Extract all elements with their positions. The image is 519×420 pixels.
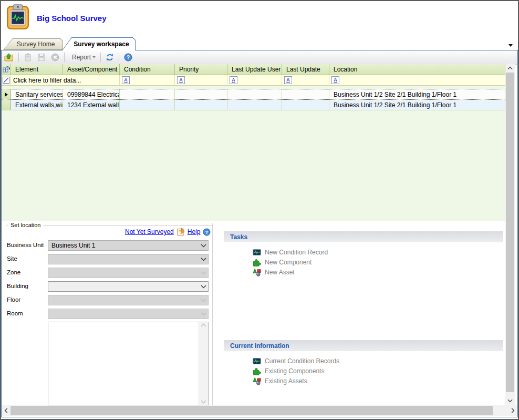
vertical-scrollbar-thumb[interactable]: [506, 73, 514, 392]
filter-cell-last-update[interactable]: A: [282, 75, 329, 85]
horizontal-scrollbar-thumb[interactable]: [11, 406, 493, 415]
row-header-cell[interactable]: [2, 100, 11, 110]
paste-button-disabled[interactable]: [22, 52, 34, 63]
clear-filter-button[interactable]: [2, 75, 11, 85]
tab-survey-home[interactable]: Survey Home: [3, 38, 63, 50]
toolbar-separator: [100, 53, 101, 62]
help-icon: ?: [124, 53, 132, 62]
tab-survey-home-label: Survey Home: [3, 38, 63, 50]
lower-panel: Set location Not Yet Surveyed Help ? Bus…: [2, 221, 505, 405]
chevron-up-icon[interactable]: [201, 323, 206, 327]
filter-cell-location[interactable]: A: [329, 75, 505, 85]
vertical-scrollbar[interactable]: [505, 64, 515, 405]
column-header-last-update[interactable]: Last Update: [282, 64, 329, 75]
business-unit-value: Business Unit 1: [48, 242, 199, 249]
column-header-last-update-user[interactable]: Last Update User: [227, 64, 282, 75]
new-asset-link[interactable]: New Asset: [253, 268, 295, 276]
cell-last-update[interactable]: [282, 100, 329, 110]
current-condition-records-link[interactable]: Current Condition Records: [253, 356, 339, 365]
cell-location[interactable]: Business Unit 1/2 Site 2/1 Building 1/Fl…: [329, 89, 505, 99]
cell-element[interactable]: Sanitary services/: [11, 89, 63, 99]
site-select[interactable]: [48, 254, 209, 264]
scroll-down-button[interactable]: [505, 396, 515, 405]
horizontal-scrollbar[interactable]: [2, 405, 517, 416]
cell-priority[interactable]: [175, 89, 227, 99]
tab-survey-workspace[interactable]: Survey workspace: [62, 37, 136, 50]
help-link[interactable]: Help: [188, 228, 201, 235]
filter-a-icon[interactable]: A: [230, 76, 237, 84]
column-header-asset-component[interactable]: Asset/Component: [63, 64, 120, 75]
tasks-title: Tasks: [230, 233, 247, 241]
cell-condition[interactable]: [120, 89, 175, 99]
cell-last-update[interactable]: [282, 89, 329, 99]
column-header-priority[interactable]: Priority: [175, 64, 227, 75]
chevron-down-icon[interactable]: [201, 400, 206, 404]
help-icon[interactable]: ?: [203, 228, 211, 236]
filter-prompt[interactable]: Click here to filter data...: [11, 75, 120, 85]
cancel-button-disabled[interactable]: [49, 52, 61, 63]
chevron-down-icon: [199, 244, 208, 248]
row-header-cell[interactable]: [2, 89, 11, 99]
room-select-disabled: [48, 309, 209, 319]
toolbar-separator: [18, 53, 19, 62]
scroll-right-button[interactable]: [508, 405, 517, 416]
table-row[interactable]: External walls,win 1234 External wall Bu…: [2, 100, 505, 110]
new-condition-record-link[interactable]: New Condition Record: [253, 248, 328, 257]
current-condition-records-label: Current Condition Records: [265, 357, 339, 365]
chevron-down-icon: [92, 56, 96, 58]
notepad-pencil-icon[interactable]: [177, 228, 185, 236]
new-component-label: New Component: [265, 259, 312, 266]
cell-location[interactable]: Business Unit 1/2 Site 2/1 Building 1/Fl…: [329, 100, 505, 110]
cell-condition[interactable]: [120, 100, 175, 110]
app-logo-clipboard-icon: [5, 3, 30, 30]
column-header-element[interactable]: Element: [11, 64, 63, 75]
existing-assets-link[interactable]: Existing Assets: [253, 376, 307, 385]
filter-a-icon[interactable]: A: [331, 76, 339, 84]
scroll-up-button[interactable]: [505, 64, 515, 73]
filter-cell-priority[interactable]: A: [175, 75, 227, 85]
condition-record-icon: [253, 248, 261, 257]
new-asset-label: New Asset: [265, 269, 295, 276]
tab-overflow-icon[interactable]: [508, 44, 513, 47]
cell-element[interactable]: External walls,win: [11, 100, 63, 110]
page-title: Big School Survey: [37, 14, 107, 23]
building-select[interactable]: [48, 281, 209, 292]
folder-up-icon: [4, 53, 14, 62]
cell-priority[interactable]: [175, 100, 227, 110]
column-header-condition[interactable]: Condition: [120, 64, 175, 75]
filter-cell-condition[interactable]: A: [120, 75, 175, 85]
table-row[interactable]: Sanitary services/ 09989844 Electrica Bu…: [2, 89, 505, 100]
help-button[interactable]: ?: [122, 52, 134, 63]
toolbar-separator: [64, 53, 65, 62]
filter-a-icon[interactable]: A: [177, 76, 185, 84]
column-header-location[interactable]: Location: [329, 64, 505, 75]
existing-components-link[interactable]: Existing Components: [253, 366, 324, 375]
new-condition-record-label: New Condition Record: [265, 249, 328, 256]
cell-last-update-user[interactable]: [227, 100, 282, 110]
open-survey-button[interactable]: [2, 52, 16, 63]
toolbar-separator: [119, 53, 119, 62]
textarea-scrollbar[interactable]: [199, 322, 208, 405]
refresh-button[interactable]: [103, 52, 116, 63]
save-button-disabled[interactable]: [35, 52, 48, 63]
filter-cell-last-update-user[interactable]: A: [227, 75, 282, 85]
cell-asset-component[interactable]: 1234 External wall: [63, 100, 120, 110]
cell-last-update-user[interactable]: [227, 89, 282, 99]
not-yet-surveyed-link[interactable]: Not Yet Surveyed: [125, 228, 174, 235]
asset-shapes-icon: [253, 268, 261, 276]
business-unit-select[interactable]: Business Unit 1: [48, 240, 209, 251]
cell-asset-component[interactable]: 09989844 Electrica: [63, 89, 120, 99]
filter-a-icon[interactable]: A: [284, 76, 292, 84]
filter-a-icon[interactable]: A: [122, 76, 130, 84]
tab-survey-workspace-label: Survey workspace: [62, 37, 136, 50]
notes-textarea[interactable]: [48, 322, 209, 405]
new-component-link[interactable]: New Component: [253, 258, 312, 267]
building-label: Building: [7, 283, 28, 289]
zone-label: Zone: [7, 269, 20, 275]
component-puzzle-icon: [253, 258, 261, 267]
existing-components-label: Existing Components: [265, 367, 324, 375]
report-dropdown-button[interactable]: Report: [67, 52, 98, 63]
grid-options-button[interactable]: [2, 64, 11, 75]
scroll-left-button[interactable]: [2, 405, 11, 416]
chevron-down-icon: [199, 258, 208, 261]
